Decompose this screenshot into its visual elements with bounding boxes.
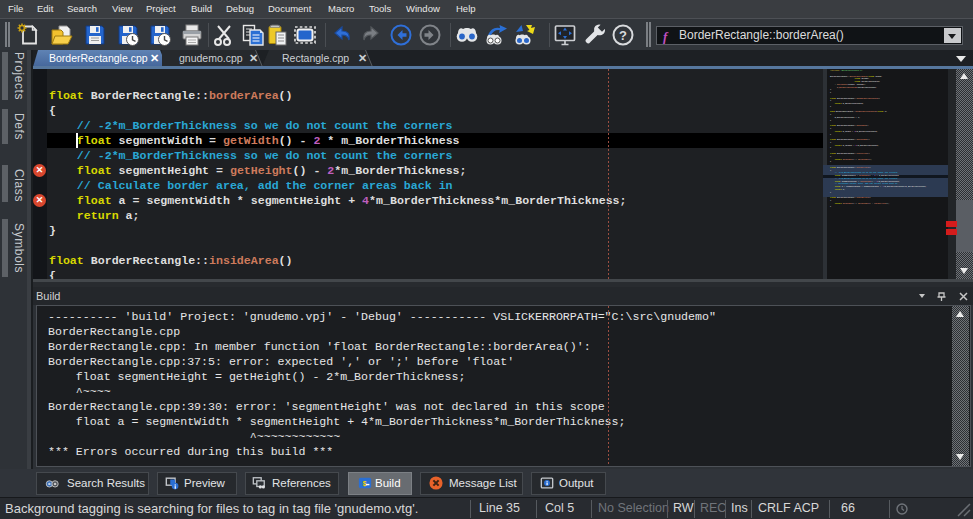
svg-text:?: ? xyxy=(619,28,627,43)
svg-text:$: $ xyxy=(362,480,366,488)
